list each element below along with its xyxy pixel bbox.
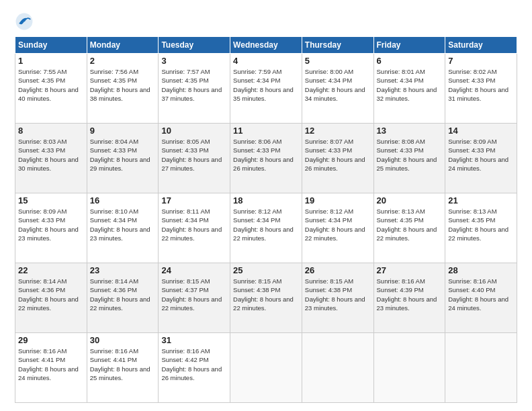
calendar-week-2: 8Sunrise: 8:03 AMSunset: 4:33 PMDaylight…	[15, 124, 517, 193]
day-number: 1	[18, 56, 84, 66]
calendar-cell: 2Sunrise: 7:56 AMSunset: 4:35 PMDaylight…	[87, 54, 159, 124]
day-number: 12	[305, 126, 371, 136]
day-number: 18	[233, 195, 299, 205]
day-number: 6	[377, 56, 443, 66]
day-number: 17	[161, 195, 227, 205]
calendar-cell	[302, 333, 373, 403]
day-number: 25	[233, 265, 299, 275]
calendar-cell: 26Sunrise: 8:15 AMSunset: 4:38 PMDayligh…	[302, 263, 373, 333]
day-number: 4	[233, 56, 299, 66]
calendar-cell: 25Sunrise: 8:15 AMSunset: 4:38 PMDayligh…	[230, 263, 302, 333]
day-info: Sunrise: 7:57 AMSunset: 4:35 PMDaylight:…	[161, 67, 227, 103]
day-info: Sunrise: 8:10 AMSunset: 4:34 PMDaylight:…	[90, 207, 156, 242]
header	[15, 12, 517, 31]
calendar-cell: 9Sunrise: 8:04 AMSunset: 4:33 PMDaylight…	[87, 124, 159, 193]
calendar-cell: 14Sunrise: 8:09 AMSunset: 4:33 PMDayligh…	[445, 124, 517, 193]
day-number: 7	[448, 56, 514, 66]
day-number: 13	[377, 126, 443, 136]
day-number: 26	[305, 265, 371, 275]
logo	[15, 12, 36, 31]
calendar-cell: 18Sunrise: 8:12 AMSunset: 4:34 PMDayligh…	[230, 193, 302, 263]
calendar-cell: 7Sunrise: 8:02 AMSunset: 4:33 PMDaylight…	[445, 54, 517, 124]
calendar-cell: 6Sunrise: 8:01 AMSunset: 4:34 PMDaylight…	[373, 54, 445, 124]
day-number: 28	[448, 265, 514, 275]
day-info: Sunrise: 8:16 AMSunset: 4:39 PMDaylight:…	[377, 277, 443, 312]
day-info: Sunrise: 7:59 AMSunset: 4:34 PMDaylight:…	[233, 67, 299, 103]
day-info: Sunrise: 8:13 AMSunset: 4:35 PMDaylight:…	[448, 207, 514, 242]
day-info: Sunrise: 8:05 AMSunset: 4:33 PMDaylight:…	[161, 137, 227, 173]
day-number: 5	[305, 56, 371, 66]
day-number: 14	[448, 126, 514, 136]
calendar-cell: 19Sunrise: 8:12 AMSunset: 4:34 PMDayligh…	[302, 193, 373, 263]
calendar-cell: 10Sunrise: 8:05 AMSunset: 4:33 PMDayligh…	[159, 124, 230, 193]
day-info: Sunrise: 8:12 AMSunset: 4:34 PMDaylight:…	[233, 207, 299, 242]
calendar-cell: 17Sunrise: 8:11 AMSunset: 4:34 PMDayligh…	[159, 193, 230, 263]
calendar-cell: 8Sunrise: 8:03 AMSunset: 4:33 PMDaylight…	[15, 124, 87, 193]
day-number: 10	[161, 126, 227, 136]
day-info: Sunrise: 8:02 AMSunset: 4:33 PMDaylight:…	[448, 67, 514, 103]
calendar-header-row: SundayMondayTuesdayWednesdayThursdayFrid…	[15, 37, 517, 54]
day-info: Sunrise: 8:13 AMSunset: 4:35 PMDaylight:…	[377, 207, 443, 242]
day-info: Sunrise: 8:11 AMSunset: 4:34 PMDaylight:…	[161, 207, 227, 242]
calendar-cell: 1Sunrise: 7:55 AMSunset: 4:35 PMDaylight…	[15, 54, 87, 124]
calendar-table: SundayMondayTuesdayWednesdayThursdayFrid…	[15, 36, 517, 403]
calendar-cell: 23Sunrise: 8:14 AMSunset: 4:36 PMDayligh…	[87, 263, 159, 333]
calendar-cell: 31Sunrise: 8:16 AMSunset: 4:42 PMDayligh…	[159, 333, 230, 403]
calendar-cell: 30Sunrise: 8:16 AMSunset: 4:41 PMDayligh…	[87, 333, 159, 403]
day-info: Sunrise: 8:14 AMSunset: 4:36 PMDaylight:…	[18, 277, 84, 312]
col-header-wednesday: Wednesday	[230, 37, 302, 54]
day-number: 3	[161, 56, 227, 66]
col-header-thursday: Thursday	[302, 37, 373, 54]
calendar-cell: 21Sunrise: 8:13 AMSunset: 4:35 PMDayligh…	[445, 193, 517, 263]
calendar-cell: 15Sunrise: 8:09 AMSunset: 4:33 PMDayligh…	[15, 193, 87, 263]
calendar-week-1: 1Sunrise: 7:55 AMSunset: 4:35 PMDaylight…	[15, 54, 517, 124]
day-number: 16	[90, 195, 156, 205]
day-info: Sunrise: 8:06 AMSunset: 4:33 PMDaylight:…	[233, 137, 299, 173]
day-info: Sunrise: 8:09 AMSunset: 4:33 PMDaylight:…	[448, 137, 514, 173]
day-info: Sunrise: 8:15 AMSunset: 4:38 PMDaylight:…	[233, 277, 299, 312]
day-info: Sunrise: 8:15 AMSunset: 4:37 PMDaylight:…	[161, 277, 227, 312]
col-header-saturday: Saturday	[445, 37, 517, 54]
col-header-sunday: Sunday	[15, 37, 87, 54]
day-number: 9	[90, 126, 156, 136]
calendar-cell: 28Sunrise: 8:16 AMSunset: 4:40 PMDayligh…	[445, 263, 517, 333]
day-info: Sunrise: 8:16 AMSunset: 4:40 PMDaylight:…	[448, 277, 514, 312]
day-info: Sunrise: 8:15 AMSunset: 4:38 PMDaylight:…	[305, 277, 371, 312]
calendar-cell: 20Sunrise: 8:13 AMSunset: 4:35 PMDayligh…	[373, 193, 445, 263]
col-header-monday: Monday	[87, 37, 159, 54]
page: SundayMondayTuesdayWednesdayThursdayFrid…	[0, 0, 532, 411]
calendar-cell: 3Sunrise: 7:57 AMSunset: 4:35 PMDaylight…	[159, 54, 230, 124]
calendar-cell	[373, 333, 445, 403]
calendar-cell: 27Sunrise: 8:16 AMSunset: 4:39 PMDayligh…	[373, 263, 445, 333]
calendar-week-3: 15Sunrise: 8:09 AMSunset: 4:33 PMDayligh…	[15, 193, 517, 263]
day-info: Sunrise: 8:16 AMSunset: 4:41 PMDaylight:…	[18, 347, 84, 382]
day-info: Sunrise: 8:09 AMSunset: 4:33 PMDaylight:…	[18, 207, 84, 242]
calendar-cell	[445, 333, 517, 403]
day-info: Sunrise: 8:04 AMSunset: 4:33 PMDaylight:…	[90, 137, 156, 173]
col-header-friday: Friday	[373, 37, 445, 54]
day-number: 21	[448, 195, 514, 205]
day-number: 29	[18, 335, 84, 345]
day-number: 27	[377, 265, 443, 275]
day-info: Sunrise: 8:14 AMSunset: 4:36 PMDaylight:…	[90, 277, 156, 312]
day-info: Sunrise: 8:08 AMSunset: 4:33 PMDaylight:…	[377, 137, 443, 173]
day-number: 2	[90, 56, 156, 66]
calendar-cell: 16Sunrise: 8:10 AMSunset: 4:34 PMDayligh…	[87, 193, 159, 263]
day-number: 19	[305, 195, 371, 205]
calendar-cell	[230, 333, 302, 403]
day-info: Sunrise: 8:16 AMSunset: 4:41 PMDaylight:…	[90, 347, 156, 382]
calendar-cell: 5Sunrise: 8:00 AMSunset: 4:34 PMDaylight…	[302, 54, 373, 124]
calendar-week-5: 29Sunrise: 8:16 AMSunset: 4:41 PMDayligh…	[15, 333, 517, 403]
calendar-cell: 13Sunrise: 8:08 AMSunset: 4:33 PMDayligh…	[373, 124, 445, 193]
day-number: 11	[233, 126, 299, 136]
day-number: 22	[18, 265, 84, 275]
day-info: Sunrise: 8:01 AMSunset: 4:34 PMDaylight:…	[377, 67, 443, 103]
calendar-week-4: 22Sunrise: 8:14 AMSunset: 4:36 PMDayligh…	[15, 263, 517, 333]
day-number: 15	[18, 195, 84, 205]
calendar-cell: 11Sunrise: 8:06 AMSunset: 4:33 PMDayligh…	[230, 124, 302, 193]
day-number: 24	[161, 265, 227, 275]
day-info: Sunrise: 8:03 AMSunset: 4:33 PMDaylight:…	[18, 137, 84, 173]
day-info: Sunrise: 7:56 AMSunset: 4:35 PMDaylight:…	[90, 67, 156, 103]
day-info: Sunrise: 8:12 AMSunset: 4:34 PMDaylight:…	[305, 207, 371, 242]
day-info: Sunrise: 8:16 AMSunset: 4:42 PMDaylight:…	[161, 347, 227, 382]
